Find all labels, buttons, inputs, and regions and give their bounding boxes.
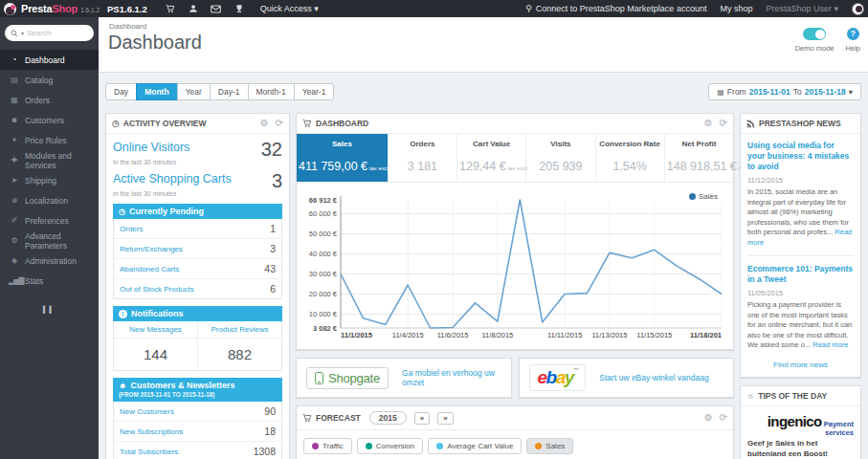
active-carts-link[interactable]: Active Shopping Carts [113,172,232,186]
clock-icon: ◷ [119,208,125,216]
shopgate-link[interactable]: Ga mobiel en verhoog uw omzet [402,368,501,387]
kpi-visits[interactable]: Visits205 939 [526,134,595,182]
refresh-icon[interactable]: ⟳ [720,119,727,128]
ebay-banner[interactable]: ebay™ Start uw eBay-winkel vandaag [519,358,735,398]
forecast-prev-button[interactable]: « [414,412,430,425]
sidebar-item-stats[interactable]: ▂▅▇Stats [0,271,99,291]
pending-row[interactable]: Abandoned Carts43 [114,258,281,278]
pending-row[interactable]: Orders1 [114,219,281,238]
tab-day[interactable]: Day [105,83,137,100]
sidebar-item-label: Localization [25,196,68,206]
sidebar-item-customers[interactable]: ☻Customers [0,110,99,130]
news-article-title[interactable]: Ecommerce 101: Payments in a Tweet [747,264,854,285]
kpi-net-profit[interactable]: Net Profit148 918,51 € tax excl. [665,134,733,182]
read-more-link[interactable]: Read more [812,340,848,349]
pending-row-label: Orders [120,225,143,233]
sidebar-collapse-icon[interactable]: ▍▍ [0,306,99,314]
tab-month[interactable]: Month [136,83,178,100]
messages-icon[interactable] [205,5,228,13]
shopgate-logo: Shopgate [306,367,389,389]
customer-icon[interactable] [182,4,205,13]
search-input[interactable] [27,29,78,37]
news-article: Ecommerce 101: Payments in a Tweet11/05/… [747,264,854,351]
y-tick-label: 10 000 € [309,310,338,318]
ebay-link[interactable]: Start uw eBay-winkel vandaag [599,373,708,382]
notification-cell-product-reviews[interactable]: Product Reviews882 [198,321,281,370]
notification-icon: ! [119,310,127,318]
gear-icon[interactable]: ⚙ [260,119,269,128]
tab-year-1[interactable]: Year-1 [294,83,335,100]
forecast-next-button[interactable]: » [437,412,453,425]
kpi-suffix: tax excl. [506,165,529,171]
customers-newsletters-header: ☻Customers & Newsletters (FROM 2015-11-0… [113,378,282,402]
my-shop-link[interactable]: My shop [720,4,752,13]
customers-row[interactable]: Total Subscribers1308 [114,441,281,459]
forecast-toggle-traffic[interactable]: Traffic [303,438,352,454]
sidebar-item-label: Customers [25,116,64,125]
sidebar-item-label: Dashboard [25,55,65,65]
globe-icon: ⊕ [9,196,19,205]
search-scope-caret-icon[interactable]: ▾ [21,30,24,36]
find-more-news-link[interactable]: Find more news [741,353,860,377]
kpi-orders[interactable]: Orders3 181 [389,134,457,182]
gear-icon[interactable]: ⚙ [704,413,713,423]
sidebar-item-orders[interactable]: ▦Orders [0,90,99,110]
sales-legend-dot-icon [689,193,696,200]
pending-row[interactable]: Out of Stock Products6 [114,278,281,298]
customers-row[interactable]: New Customers90 [114,402,281,421]
shopgate-banner[interactable]: Shopgate Ga mobiel en verhoog uw omzet [296,358,512,398]
forecast-toggle-average-cart-value[interactable]: Average Cart Value [428,438,522,454]
sidebar-item-advanced-parameters[interactable]: ⚙Advanced Parameters [0,230,99,251]
tab-day-1[interactable]: Day-1 [210,83,249,100]
active-carts-metric: Active Shopping Carts 3 [113,172,282,189]
sidebar-item-label: Stats [25,276,43,286]
user-avatar[interactable] [852,3,864,15]
active-carts-sub: in the last 30 minutes [113,190,282,197]
page-header: Dashboard Dashboard Demo mode ? Help [99,17,868,73]
help-control: ? Help [846,28,860,53]
quick-access-menu[interactable]: Quick Access ▾ [260,4,319,13]
breadcrumb[interactable]: Dashboard [99,17,868,31]
kpi-cart-value[interactable]: Cart Value129,44 € tax excl. [457,134,526,182]
sidebar-item-localization[interactable]: ⊕Localization [0,190,99,210]
read-more-link[interactable]: Read more [747,228,852,247]
customers-row[interactable]: New Subscriptions18 [114,421,281,441]
help-icon[interactable]: ? [847,28,859,40]
marketplace-link[interactable]: ⚲Connect to PrestaShop Marketplace accou… [525,4,706,13]
refresh-icon[interactable]: ⟳ [720,413,727,423]
trophy-icon[interactable] [228,4,251,13]
caret-down-icon: ▾ [849,87,853,97]
date-range-button[interactable]: ▦ From 2015-11-01 To 2015-11-18 ▾ [708,83,861,100]
forecast-toggle-conversion[interactable]: Conversion [357,438,423,454]
news-article-title[interactable]: Using social media for your business: 4 … [747,141,854,172]
sidebar-item-catalog[interactable]: ▤Catalog [0,70,99,90]
truck-icon: ➤ [9,176,19,185]
modules-icon: ✚ [9,156,19,164]
pending-row[interactable]: Return/Exchanges3 [114,238,281,258]
sidebar-item-modules-and-services[interactable]: ✚Modules and Services [0,150,99,170]
forecast-toggle-sales[interactable]: Sales [526,438,573,454]
sidebar-item-dashboard[interactable]: ◔Dashboard [0,50,99,70]
period-tabs: DayMonthYearDay-1Month-1Year-1 [105,83,334,100]
sidebar-search[interactable]: ▾ [5,25,94,41]
demo-mode-toggle[interactable] [803,28,826,40]
content: DayMonthYearDay-1Month-1Year-1 ▦ From 20… [99,73,868,459]
page-title: Dashboard [99,31,868,54]
sidebar-item-price-rules[interactable]: ✦Price Rules [0,130,99,150]
notification-cell-new-messages[interactable]: New Messages144 [114,321,198,370]
sidebar-item-administration[interactable]: ◈Administration [0,251,99,271]
kpi-title: Visits [528,140,592,148]
tag-icon: ✦ [9,136,19,144]
online-visitors-link[interactable]: Online Visitors [113,141,189,154]
dashboard-panel-title: DASHBOARD [316,119,368,128]
user-menu[interactable]: PrestaShop User ▾ [766,4,838,13]
tab-year[interactable]: Year [177,83,211,100]
refresh-icon[interactable]: ⟳ [276,119,283,128]
gear-icon[interactable]: ⚙ [704,119,713,128]
tab-month-1[interactable]: Month-1 [248,83,295,100]
kpi-sales[interactable]: Sales411 759,00 € tax excl. [297,134,389,182]
cart-icon[interactable] [159,4,182,13]
sidebar-item-shipping[interactable]: ➤Shipping [0,170,99,190]
kpi-conversion-rate[interactable]: Conversion Rate1.54% [596,134,665,182]
sidebar-item-preferences[interactable]: ✐Preferences [0,210,99,230]
